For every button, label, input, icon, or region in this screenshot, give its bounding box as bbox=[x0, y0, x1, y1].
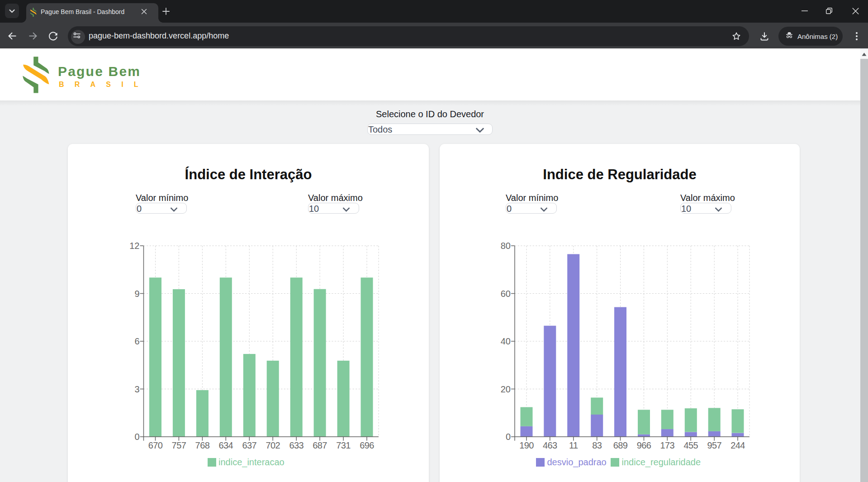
svg-text:687: 687 bbox=[313, 440, 327, 450]
svg-text:966: 966 bbox=[637, 440, 651, 450]
svg-text:indice_interacao: indice_interacao bbox=[218, 457, 285, 468]
svg-text:3: 3 bbox=[134, 384, 139, 394]
svg-text:9: 9 bbox=[134, 289, 139, 299]
svg-text:634: 634 bbox=[219, 440, 233, 450]
svg-text:80: 80 bbox=[501, 241, 511, 251]
svg-text:957: 957 bbox=[707, 440, 721, 450]
svg-text:83: 83 bbox=[592, 440, 602, 450]
svg-text:173: 173 bbox=[660, 440, 675, 450]
svg-text:6: 6 bbox=[134, 336, 139, 346]
svg-text:637: 637 bbox=[242, 440, 257, 450]
svg-text:702: 702 bbox=[266, 440, 280, 450]
svg-text:190: 190 bbox=[519, 440, 534, 450]
svg-text:670: 670 bbox=[148, 440, 163, 450]
svg-text:757: 757 bbox=[172, 440, 186, 450]
svg-text:463: 463 bbox=[543, 440, 557, 450]
svg-text:244: 244 bbox=[730, 440, 745, 450]
svg-text:731: 731 bbox=[336, 440, 351, 450]
svg-text:12: 12 bbox=[129, 241, 139, 251]
svg-text:696: 696 bbox=[360, 440, 374, 450]
svg-text:768: 768 bbox=[195, 440, 210, 450]
svg-text:20: 20 bbox=[501, 384, 511, 394]
svg-text:633: 633 bbox=[289, 440, 304, 450]
svg-text:455: 455 bbox=[683, 440, 698, 450]
svg-text:11: 11 bbox=[569, 440, 578, 450]
svg-text:60: 60 bbox=[501, 289, 511, 299]
svg-text:689: 689 bbox=[613, 440, 628, 450]
svg-text:0: 0 bbox=[134, 432, 139, 442]
svg-text:desvio_padrao: desvio_padrao bbox=[547, 457, 607, 468]
svg-text:40: 40 bbox=[501, 336, 511, 346]
svg-text:0: 0 bbox=[506, 432, 511, 442]
svg-text:indice_regularidade: indice_regularidade bbox=[622, 457, 701, 468]
